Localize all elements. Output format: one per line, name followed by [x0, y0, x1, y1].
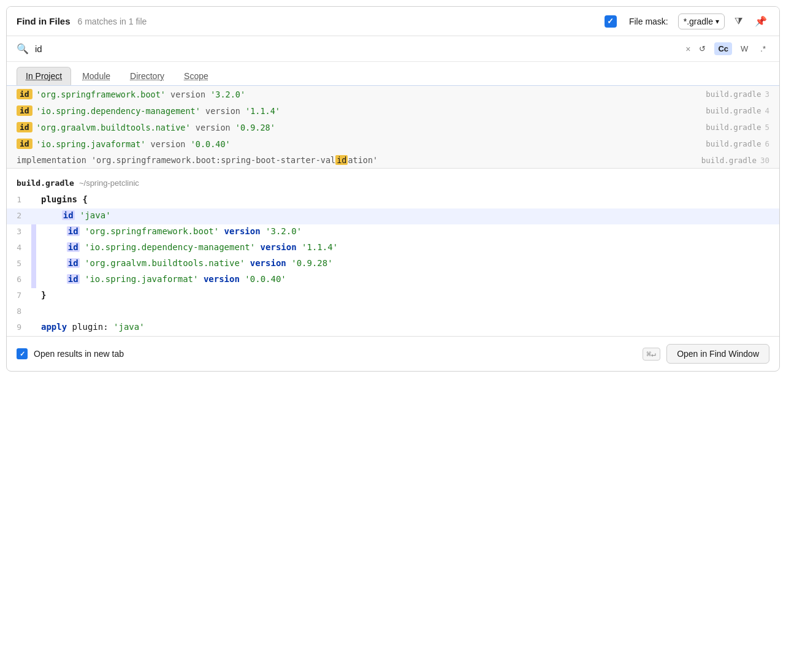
open-in-new-tab-checkbox[interactable]: [17, 348, 28, 359]
regex-history-btn[interactable]: ↺: [695, 42, 709, 55]
line-number: 8: [7, 304, 31, 320]
tab-scope[interactable]: Scope: [175, 67, 217, 85]
line-content: id 'io.spring.dependency-management' ver…: [36, 240, 348, 256]
result-badge: id: [17, 122, 32, 132]
result-meta: build.gradle3: [706, 90, 769, 99]
code-line: 6 id 'io.spring.javaformat' version '0.0…: [7, 272, 779, 288]
line-content: id 'org.graalvm.buildtools.native' versi…: [36, 256, 343, 272]
footer: Open results in new tab ⌘↵ Open in Find …: [7, 336, 779, 371]
code-line: 1 plugins {: [7, 193, 779, 208]
result-row-impl[interactable]: implementation 'org.springframework.boot…: [7, 152, 779, 168]
line-gutter: [31, 240, 36, 256]
code-filename: build.gradle: [17, 178, 74, 188]
line-content: }: [31, 288, 56, 304]
search-actions: × ↺ Cc W .*: [685, 42, 769, 55]
code-line: 4 id 'io.spring.dependency-management' v…: [7, 240, 779, 256]
case-sensitive-btn[interactable]: Cc: [714, 42, 732, 55]
result-row[interactable]: id 'io.spring.dependency-management' ver…: [7, 102, 779, 119]
panel-title: Find in Files: [17, 16, 71, 26]
result-meta: build.gradle5: [706, 123, 769, 132]
result-badge: id: [17, 139, 32, 149]
impl-result-meta: build.gradle30: [701, 156, 769, 165]
regex-btn[interactable]: .*: [757, 42, 769, 55]
line-gutter: [31, 256, 36, 272]
match-count: 6 matches in 1 file: [78, 17, 147, 26]
result-badge: id: [17, 105, 32, 116]
code-path: ~/spring-petclinic: [79, 178, 139, 188]
result-meta: build.gradle4: [706, 106, 769, 115]
result-row[interactable]: id 'org.graalvm.buildtools.native' versi…: [7, 119, 779, 136]
search-bar: 🔍 × ↺ Cc W .*: [7, 36, 779, 62]
find-in-files-panel: Find in Files 6 matches in 1 file File m…: [6, 6, 780, 372]
file-mask-label: File mask:: [629, 17, 668, 26]
tab-module-label: Module: [82, 71, 110, 81]
clear-search-icon[interactable]: ×: [685, 44, 690, 54]
result-text: 'org.graalvm.buildtools.native' version …: [36, 123, 706, 132]
result-badge: id: [17, 89, 32, 99]
result-text: 'io.spring.javaformat' version '0.0.40': [36, 139, 706, 149]
result-text: 'org.springframework.boot' version '3.2.…: [36, 90, 706, 99]
open-in-find-window-button[interactable]: Open in Find Window: [666, 344, 769, 364]
line-content: id 'java': [31, 208, 121, 224]
result-row[interactable]: id 'io.spring.javaformat' version '0.0.4…: [7, 136, 779, 152]
tab-directory[interactable]: Directory: [121, 67, 173, 85]
word-match-btn[interactable]: W: [737, 42, 752, 55]
code-line: 3 id 'org.springframework.boot' version …: [7, 224, 779, 240]
results-list: id 'org.springframework.boot' version '3…: [7, 86, 779, 169]
line-number: 3: [7, 224, 31, 240]
line-content: id 'org.springframework.boot' version '3…: [36, 224, 311, 240]
file-mask-input[interactable]: *.gradle ▾: [678, 13, 725, 29]
line-gutter: [31, 272, 36, 288]
result-meta: build.gradle6: [706, 139, 769, 148]
code-line: 5 id 'org.graalvm.buildtools.native' ver…: [7, 256, 779, 272]
code-line: 7 }: [7, 288, 779, 304]
code-header: build.gradle ~/spring-petclinic: [7, 176, 779, 193]
line-content: [31, 304, 56, 320]
line-number: 2: [7, 208, 31, 224]
code-preview: build.gradle ~/spring-petclinic 1 plugin…: [7, 169, 779, 336]
tab-scope-label: Scope: [184, 71, 208, 81]
result-text: 'io.spring.dependency-management' versio…: [36, 106, 706, 116]
line-number: 4: [7, 240, 31, 256]
line-content: id 'io.spring.javaformat' version '0.0.4…: [36, 272, 296, 288]
code-line: 8: [7, 304, 779, 320]
chevron-down-icon: ▾: [715, 17, 719, 26]
pin-icon[interactable]: 📌: [752, 13, 769, 29]
header: Find in Files 6 matches in 1 file File m…: [7, 7, 779, 36]
open-in-new-tab-label: Open results in new tab: [34, 349, 124, 359]
line-number: 9: [7, 320, 31, 336]
code-lines: 1 plugins { 2 id 'java' 3 id 'org.spring…: [7, 193, 779, 336]
file-mask-value: *.gradle: [684, 17, 713, 26]
tab-in-project-label: In Project: [26, 71, 62, 81]
line-content: plugins {: [31, 193, 97, 208]
line-number: 6: [7, 272, 31, 288]
line-number: 1: [7, 193, 31, 208]
keyboard-shortcut: ⌘↵: [643, 348, 661, 361]
tab-module[interactable]: Module: [74, 67, 119, 85]
filter-icon[interactable]: ⧩: [732, 13, 745, 29]
result-row[interactable]: id 'org.springframework.boot' version '3…: [7, 86, 779, 102]
code-line: 2 id 'java': [7, 208, 779, 224]
search-icon: 🔍: [17, 43, 29, 55]
search-input[interactable]: [35, 44, 679, 54]
code-line: 9 apply plugin: 'java': [7, 320, 779, 336]
line-content: apply plugin: 'java': [31, 320, 155, 336]
search-scope-tabs: In Project Module Directory Scope: [7, 62, 779, 86]
file-mask-checkbox[interactable]: [605, 15, 617, 28]
line-gutter: [31, 224, 36, 240]
line-number: 7: [7, 288, 31, 304]
tab-directory-label: Directory: [130, 71, 164, 81]
line-number: 5: [7, 256, 31, 272]
tab-in-project[interactable]: In Project: [17, 67, 71, 85]
impl-result-text: implementation 'org.springframework.boot…: [17, 155, 701, 165]
